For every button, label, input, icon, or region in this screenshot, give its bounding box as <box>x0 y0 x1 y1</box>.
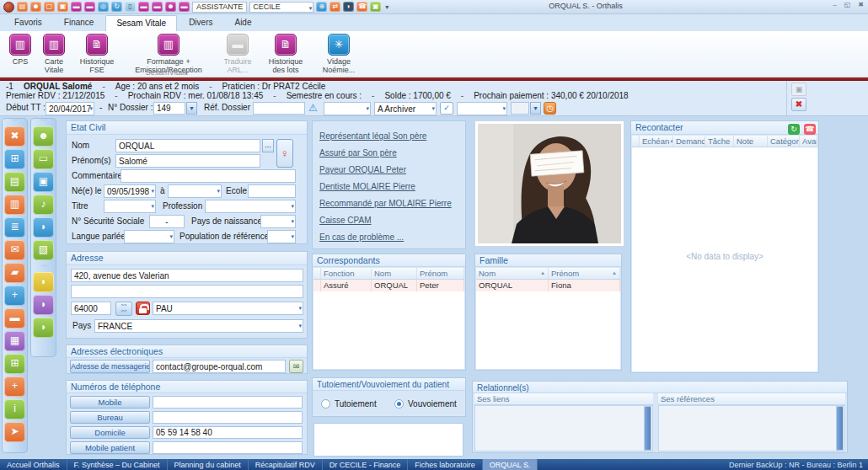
mobile-patient-button[interactable]: Mobile patient <box>70 441 150 454</box>
tab-finance[interactable]: Finance <box>54 15 104 31</box>
orca-camera-icon[interactable]: ◗ <box>33 217 54 238</box>
col-tache[interactable]: Tâche <box>705 136 734 147</box>
historique-fse-button[interactable]: 🗎 Historique FSE <box>72 34 121 74</box>
col-prenom[interactable]: Prénom▲ <box>549 268 620 279</box>
domicile-input[interactable] <box>153 426 303 439</box>
adresse-ligne2-input[interactable] <box>71 285 303 298</box>
close-patient-icon[interactable]: ✖ <box>4 126 25 147</box>
user-select[interactable]: CECILE ▾ <box>249 2 313 13</box>
save-icon[interactable]: ▣ <box>370 2 381 12</box>
recontacter-header[interactable]: Echéan▲ Demandé Tâche Note Catégorie Ava… <box>632 136 817 147</box>
domicile-button[interactable]: Domicile <box>70 426 150 439</box>
table-row[interactable]: ORQUAL Fiona <box>476 280 620 291</box>
adresse-ligne1-input[interactable] <box>71 269 303 282</box>
ville-combo[interactable]: PAU ▾ <box>153 302 303 315</box>
notes-icon[interactable]: ▤ <box>17 2 28 12</box>
ref-dossier-input[interactable] <box>253 102 305 115</box>
titre-combo[interactable]: ▾ <box>104 200 156 213</box>
folder-icon[interactable]: ▰ <box>4 263 25 283</box>
imaging-card-icon[interactable]: ▦ <box>4 331 25 351</box>
prenom-input[interactable] <box>115 154 260 168</box>
vidage-noemie-button[interactable]: ✳ Vidage Noémie... <box>312 34 366 74</box>
gallery-icon[interactable]: ▧ <box>33 240 54 260</box>
col-avancement[interactable]: Avanceme <box>800 136 817 147</box>
document-icon[interactable]: ▢ <box>44 2 55 12</box>
extra-combo[interactable]: ▾ <box>457 102 507 115</box>
chat-icon[interactable]: ▬ <box>84 2 95 12</box>
small-field[interactable] <box>511 102 529 115</box>
debut-tt-field[interactable]: 20/04/2017 ▾ <box>46 102 94 115</box>
portrait-icon[interactable]: ☻ <box>33 126 54 147</box>
row-selector[interactable] <box>313 280 321 291</box>
bureau-button[interactable]: Bureau <box>70 411 150 424</box>
en-cas-probleme-link[interactable]: En cas de problème ... <box>319 232 404 242</box>
carte-vitale-button[interactable]: ▥ Carte Vitale <box>35 34 72 74</box>
tree-toggle[interactable]: -1 <box>6 82 13 91</box>
tab-accueil-orthalis[interactable]: Accueil Orthalis <box>0 459 67 470</box>
gender-female-icon[interactable]: ♀ <box>276 139 293 168</box>
announce-icon[interactable]: ♪ <box>33 195 54 215</box>
code-postal-input[interactable] <box>71 302 111 315</box>
col-nom[interactable]: Nom <box>372 268 417 279</box>
col-echeance[interactable]: Echéan▲ <box>640 136 673 147</box>
mobile-input[interactable] <box>153 396 303 409</box>
col-demande[interactable]: Demandé <box>673 136 705 147</box>
caisse-link[interactable]: Caisse CPAM <box>319 216 372 225</box>
orca-wave-icon[interactable]: ◗ <box>33 295 54 315</box>
filter-combo[interactable]: ▾ <box>324 102 371 115</box>
email-input[interactable] <box>153 360 286 373</box>
naissance-date-field[interactable]: 09/05/1998 ▾ <box>104 184 156 198</box>
historique-lots-button[interactable]: 🗎 Historique des lots <box>260 34 312 74</box>
strip-grip[interactable]: ⋯ <box>2 118 28 124</box>
user-icon[interactable]: ☻ <box>165 2 176 12</box>
dossier-dropdown-button[interactable]: ▼ <box>186 102 197 115</box>
swap-city-button[interactable]: >> << <box>115 302 132 316</box>
profession-combo[interactable]: ▾ <box>205 200 296 213</box>
orca-smile-icon[interactable]: ◗ <box>33 272 54 292</box>
share-icon[interactable]: ⇄ <box>330 2 340 12</box>
patient-card-icon[interactable]: ▥ <box>4 195 25 215</box>
mail-icon[interactable]: ✉ <box>4 240 25 260</box>
search-icon[interactable]: ◎ <box>98 2 109 12</box>
chat-4-icon[interactable]: ▬ <box>179 2 190 12</box>
tab-orqual-s[interactable]: ORQUAL S. <box>483 459 538 470</box>
tab-cecile-finance[interactable]: Dr CECILE - Finance <box>323 459 409 470</box>
ecole-input[interactable] <box>248 184 296 198</box>
note-box[interactable] <box>313 423 463 457</box>
vouvoiement-radio[interactable] <box>394 399 404 409</box>
tab-fiches-laboratoire[interactable]: Fiches laboratoire <box>408 459 483 470</box>
small-dropdown-button[interactable]: ▼ <box>530 102 541 115</box>
tutoiement-radio[interactable] <box>321 399 330 409</box>
tab-favoris[interactable]: Favoris <box>4 15 52 31</box>
bureau-input[interactable] <box>153 411 303 424</box>
phone-icon[interactable]: ☎ <box>356 2 367 12</box>
close-patient-button[interactable]: ✖ <box>791 98 806 111</box>
population-combo[interactable]: ▾ <box>267 230 296 243</box>
table-row[interactable]: Assuré ORQUAL Peter <box>313 280 464 291</box>
sync-icon[interactable]: ↻ <box>111 2 122 12</box>
chat-2-icon[interactable]: ▬ <box>138 2 149 12</box>
cps-button[interactable]: ▥ CPS <box>5 34 35 66</box>
tab-synthese-cabinet[interactable]: F. Synthèse – Du Cabinet <box>67 459 168 470</box>
screen-share-icon[interactable]: ▭ <box>33 149 54 169</box>
col-categorie[interactable]: Catégorie <box>768 136 800 147</box>
add-document-icon[interactable]: + <box>4 377 25 397</box>
save-patient-button[interactable]: ▣ <box>791 83 806 96</box>
pharmacy-icon[interactable]: + <box>4 286 25 306</box>
send-mail-icon[interactable]: ✉ <box>289 360 303 373</box>
tab-planning-cabinet[interactable]: Planning du cabinet <box>168 459 249 470</box>
nom-more-button[interactable]: ... <box>262 139 274 152</box>
col-fonction[interactable]: Fonction <box>321 268 372 279</box>
documents-icon[interactable]: ▤ <box>4 172 25 192</box>
presentation-icon[interactable]: ▣ <box>33 172 54 192</box>
app-menu-icon[interactable] <box>3 2 14 13</box>
clipboard-icon[interactable]: ▯ <box>125 2 136 12</box>
tab-aide[interactable]: Aide <box>224 15 261 31</box>
chat-bubble-icon[interactable]: ▬ <box>4 308 25 328</box>
langue-combo[interactable]: ▾ <box>124 230 174 243</box>
lieu-naissance-combo[interactable]: ▾ <box>168 184 222 198</box>
assure-par-link[interactable]: Assuré par Son père <box>319 148 397 158</box>
payeur-link[interactable]: Payeur ORQUAL Peter <box>319 165 406 174</box>
secu-input[interactable] <box>149 215 185 228</box>
tab-sesam-vitale[interactable]: Sesam Vitale <box>105 15 177 31</box>
